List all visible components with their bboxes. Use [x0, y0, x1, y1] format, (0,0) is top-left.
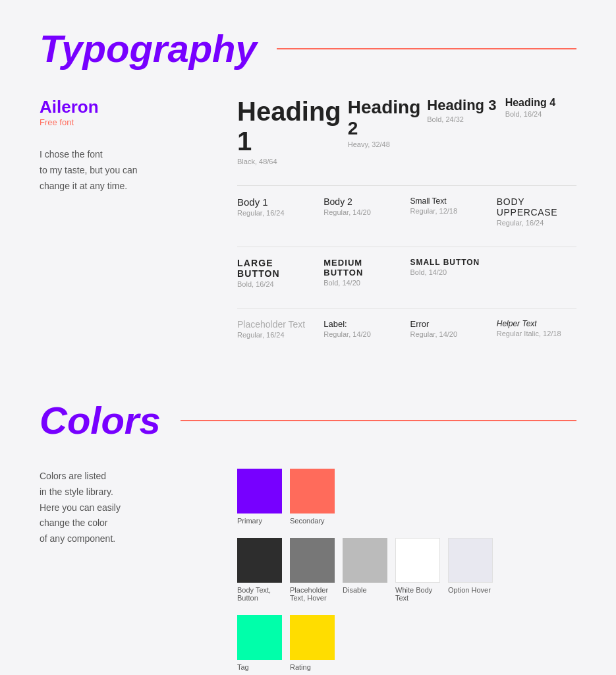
colors-section-header: Colors — [40, 398, 576, 442]
font-description: I chose the font to my taste, but you ca… — [40, 147, 224, 194]
placeholder-sample: Placeholder Text — [237, 319, 317, 330]
colors-content: Colors are listed in the style library. … — [40, 469, 576, 675]
color-item-disable: Disable — [343, 538, 387, 602]
font-info: Aileron Free font — [40, 97, 224, 127]
heading1-meta: Black, 48/64 — [237, 158, 341, 165]
color-item-placeholder: PlaceholderText, Hover — [290, 538, 335, 602]
heading4-sample: Heading 4 — [505, 97, 576, 109]
body1-meta: Regular, 16/24 — [237, 209, 317, 217]
medium-button-sample: MEDIUM BUTTON — [323, 258, 403, 278]
color-name-option-hover: Option Hover — [448, 586, 491, 594]
large-button-cell: LARGE BUTTON Bold, 16/24 — [237, 258, 317, 288]
color-swatch-secondary — [290, 469, 335, 514]
color-swatch-tag — [237, 615, 282, 660]
body1-sample: Body 1 — [237, 196, 317, 208]
color-swatch-primary — [237, 469, 282, 514]
label-cell: Label: Regular, 14/20 — [323, 319, 403, 338]
typography-title: Typography — [40, 26, 257, 71]
color-swatch-rating — [290, 615, 335, 660]
color-swatch-body-text — [237, 538, 282, 583]
color-item-secondary: Secondary — [290, 469, 335, 525]
body2-sample: Body 2 — [323, 196, 403, 207]
typography-left-panel: Aileron Free font I chose the font to my… — [40, 97, 237, 359]
color-swatch-disable — [343, 538, 387, 583]
button-row: LARGE BUTTON Bold, 16/24 MEDIUM BUTTON B… — [237, 258, 576, 288]
colors-section: Colors Colors are listed in the style li… — [40, 398, 576, 675]
divider-1 — [237, 185, 576, 186]
small-button-meta: Bold, 14/20 — [410, 268, 490, 276]
color-swatch-option-hover — [448, 538, 493, 583]
colors-title: Colors — [40, 398, 161, 442]
heading3-sample: Heading 3 — [427, 97, 498, 114]
color-name-tag: Tag — [237, 663, 249, 671]
uppercase-cell: BODY UPPERCASE Regular, 16/24 — [497, 196, 576, 227]
color-item-primary: Primary — [237, 469, 282, 525]
placeholder-meta: Regular, 16/24 — [237, 331, 317, 339]
color-name-primary: Primary — [237, 517, 262, 525]
heading4-cell: Heading 4 Bold, 16/24 — [505, 97, 576, 118]
color-item-tag: Tag — [237, 615, 282, 671]
color-row-neutrals: Body Text,Button PlaceholderText, Hover … — [237, 538, 576, 602]
helper-sample: Helper Text — [497, 319, 576, 328]
heading3-meta: Bold, 24/32 — [427, 115, 498, 123]
error-cell: Error Regular, 14/20 — [410, 319, 490, 338]
colors-description: Colors are listed in the style library. … — [40, 469, 237, 547]
typography-divider-line — [277, 48, 576, 49]
colors-right-panel: Primary Secondary Body Text,Button — [237, 469, 576, 675]
heading4-meta: Bold, 16/24 — [505, 110, 576, 118]
color-swatch-white — [395, 538, 440, 583]
typography-section-header: Typography — [40, 26, 576, 71]
typography-content-area: Aileron Free font I chose the font to my… — [40, 97, 576, 359]
body2-cell: Body 2 Regular, 14/20 — [323, 196, 403, 216]
uppercase-meta: Regular, 16/24 — [497, 219, 576, 227]
color-name-rating: Rating — [290, 663, 311, 671]
color-item-white: White BodyText — [395, 538, 440, 602]
large-button-meta: Bold, 16/24 — [237, 280, 317, 288]
heading3-cell: Heading 3 Bold, 24/32 — [427, 97, 498, 123]
body1-cell: Body 1 Regular, 16/24 — [237, 196, 317, 217]
helper-cell: Helper Text Regular Italic, 12/18 — [497, 319, 576, 338]
color-item-rating: Rating — [290, 615, 335, 671]
small-button-sample: SMALL BUTTON — [410, 258, 490, 267]
large-button-sample: LARGE BUTTON — [237, 258, 317, 279]
small-text-sample: Small Text — [410, 196, 490, 206]
label-sample: Label: — [323, 319, 403, 329]
placeholder-cell: Placeholder Text Regular, 16/24 — [237, 319, 317, 339]
colors-divider-line — [181, 420, 576, 421]
heading2-cell: Heading 2 Heavy, 32/48 — [348, 97, 420, 148]
medium-button-cell: MEDIUM BUTTON Bold, 14/20 — [323, 258, 403, 287]
uppercase-sample: BODY UPPERCASE — [497, 196, 576, 218]
label-meta: Regular, 14/20 — [323, 330, 403, 338]
helper-meta: Regular Italic, 12/18 — [497, 330, 576, 338]
color-row-primary: Primary Secondary — [237, 469, 576, 525]
font-label: Free font — [40, 117, 224, 127]
heading1-sample: Heading 1 — [237, 97, 341, 156]
small-text-cell: Small Text Regular, 12/18 — [410, 196, 490, 215]
color-swatch-placeholder — [290, 538, 335, 583]
divider-3 — [237, 308, 576, 308]
color-row-accent: Tag Rating — [237, 615, 576, 671]
color-item-body-text: Body Text,Button — [237, 538, 282, 602]
form-row: Placeholder Text Regular, 16/24 Label: R… — [237, 319, 576, 339]
error-sample: Error — [410, 319, 490, 329]
body-row: Body 1 Regular, 16/24 Body 2 Regular, 14… — [237, 196, 576, 227]
body2-meta: Regular, 14/20 — [323, 208, 403, 216]
divider-2 — [237, 247, 576, 247]
color-name-secondary: Secondary — [290, 517, 325, 525]
color-name-disable: Disable — [343, 586, 367, 594]
font-name: Aileron — [40, 97, 224, 117]
heading1-cell: Heading 1 Black, 48/64 — [237, 97, 341, 165]
heading2-sample: Heading 2 — [348, 97, 420, 139]
color-name-white: White BodyText — [395, 586, 432, 602]
color-item-option-hover: Option Hover — [448, 538, 493, 602]
color-name-body-text: Body Text,Button — [237, 586, 271, 602]
medium-button-meta: Bold, 14/20 — [323, 279, 403, 287]
small-text-meta: Regular, 12/18 — [410, 207, 490, 215]
color-name-placeholder: PlaceholderText, Hover — [290, 586, 328, 602]
page: Typography Aileron Free font I chose the… — [0, 0, 616, 675]
colors-left-panel: Colors are listed in the style library. … — [40, 469, 237, 675]
small-button-cell: SMALL BUTTON Bold, 14/20 — [410, 258, 490, 276]
heading2-meta: Heavy, 32/48 — [348, 140, 420, 148]
error-meta: Regular, 14/20 — [410, 330, 490, 338]
headings-row: Heading 1 Black, 48/64 Heading 2 Heavy, … — [237, 97, 576, 165]
